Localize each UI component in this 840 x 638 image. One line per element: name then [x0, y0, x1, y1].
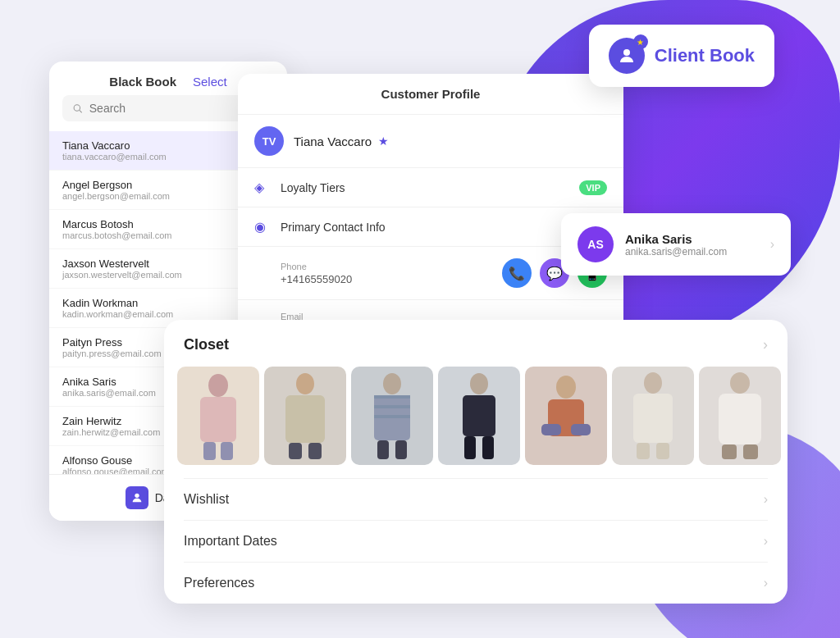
primary-contact-label: Primary Contact Info	[281, 221, 557, 234]
svg-rect-17	[377, 440, 389, 459]
contact-email: jaxson.westervelt@email.com	[62, 270, 246, 280]
svg-point-27	[644, 372, 662, 394]
svg-rect-7	[221, 442, 233, 460]
svg-rect-14	[374, 395, 410, 399]
contact-info-icon: ◉	[254, 219, 271, 235]
dashboard-icon	[126, 486, 148, 509]
blackbook-title: Black Book	[109, 75, 176, 89]
contact-email: tiana.vaccaro@email.com	[62, 152, 246, 162]
closet-section-row[interactable]: Wishlist ›	[184, 478, 768, 520]
anika-avatar: AS	[578, 226, 614, 262]
profile-header: Customer Profile	[238, 74, 623, 115]
svg-rect-9	[285, 395, 325, 443]
anika-info: Anika Saris anika.saris@email.com	[625, 232, 759, 257]
closet-section-row[interactable]: Preferences ›	[184, 562, 768, 604]
anika-name: Anika Saris	[625, 232, 759, 246]
closet-section-label: Important Dates	[184, 534, 277, 549]
svg-point-8	[296, 373, 314, 394]
contact-name: Kadin Workman	[62, 297, 246, 309]
profile-initials: TV	[254, 126, 284, 156]
phone-sublabel: Phone	[281, 262, 492, 271]
closet-title: Closet	[184, 336, 229, 353]
closet-section-label: Wishlist	[184, 492, 229, 507]
blackbook-select-button[interactable]: Select	[193, 75, 227, 89]
svg-rect-10	[289, 443, 302, 459]
closet-image[interactable]	[351, 367, 433, 465]
closet-section-row[interactable]: Important Dates ›	[184, 520, 768, 562]
svg-point-3	[135, 494, 139, 498]
client-book-icon: ★	[609, 38, 645, 74]
svg-point-4	[208, 374, 228, 397]
svg-rect-16	[374, 415, 410, 418]
phone-button[interactable]: 📞	[502, 258, 532, 288]
svg-rect-20	[463, 395, 495, 436]
anika-chevron-icon: ›	[770, 237, 774, 252]
star-badge: ★	[633, 34, 648, 49]
svg-rect-26	[571, 424, 591, 435]
closet-section-chevron-icon: ›	[764, 576, 768, 590]
closet-sections: Wishlist › Important Dates › Preferences…	[164, 478, 788, 604]
svg-rect-33	[722, 444, 737, 459]
profile-name-row: Tiana Vaccaro ★	[294, 134, 389, 148]
svg-rect-32	[719, 394, 761, 444]
loyalty-icon: ◈	[254, 180, 271, 195]
closet-section-chevron-icon: ›	[764, 534, 768, 549]
contact-info: Angel Bergson angel.bergson@email.com	[62, 179, 246, 201]
svg-rect-18	[395, 440, 407, 459]
contact-email: kadin.workman@email.com	[62, 309, 246, 319]
svg-point-1	[74, 105, 80, 111]
svg-rect-5	[200, 397, 236, 442]
contact-info: Kadin Workman kadin.workman@email.com	[62, 297, 246, 319]
phone-content: Phone +14165559020	[281, 262, 492, 285]
closet-image[interactable]	[438, 367, 520, 465]
svg-rect-15	[374, 405, 410, 408]
closet-image[interactable]	[177, 367, 259, 465]
closet-section-chevron-icon: ›	[764, 492, 768, 507]
anika-email: anika.saris@email.com	[625, 246, 759, 257]
contact-email: marcus.botosh@email.com	[62, 230, 246, 240]
contact-name: Tiana Vaccaro	[62, 139, 246, 152]
svg-point-19	[470, 373, 488, 394]
svg-point-23	[556, 376, 576, 399]
closet-image[interactable]	[612, 367, 694, 465]
closet-image[interactable]	[699, 367, 781, 465]
anika-saris-card[interactable]: AS Anika Saris anika.saris@email.com ›	[561, 213, 791, 276]
contact-name: Jaxson Westervelt	[62, 257, 246, 270]
svg-rect-29	[637, 443, 650, 459]
primary-contact-content: Primary Contact Info	[281, 221, 557, 234]
svg-point-12	[383, 373, 401, 394]
client-book-title: Client Book	[655, 45, 755, 66]
closet-images	[164, 367, 788, 478]
profile-customer-row: TV Tiana Vaccaro ★	[238, 115, 623, 168]
svg-rect-30	[656, 443, 669, 459]
loyalty-tiers-section: ◈ Loyalty Tiers VIP	[238, 168, 623, 207]
loyalty-content: Loyalty Tiers	[281, 181, 569, 194]
search-icon	[72, 103, 83, 114]
svg-point-31	[730, 372, 750, 394]
vip-badge: VIP	[579, 180, 607, 195]
profile-customer-name: Tiana Vaccaro	[294, 134, 372, 148]
svg-rect-25	[541, 424, 561, 435]
svg-rect-22	[482, 436, 494, 459]
closet-header: Closet ›	[164, 320, 788, 367]
closet-section-label: Preferences	[184, 576, 254, 590]
svg-rect-11	[308, 443, 322, 459]
contact-name: Angel Bergson	[62, 179, 246, 191]
svg-rect-34	[743, 444, 758, 459]
contact-info: Marcus Botosh marcus.botosh@email.com	[62, 218, 246, 240]
svg-point-0	[623, 49, 630, 56]
phone-value: +14165559020	[281, 273, 492, 285]
svg-rect-28	[633, 394, 673, 443]
svg-rect-6	[203, 442, 216, 460]
closet-image[interactable]	[264, 367, 346, 465]
closet-image[interactable]	[525, 367, 607, 465]
svg-line-2	[80, 110, 82, 112]
contact-info: Jaxson Westervelt jaxson.westervelt@emai…	[62, 257, 246, 280]
contact-info: Tiana Vaccaro tiana.vaccaro@email.com	[62, 139, 246, 162]
client-book-badge: ★ Client Book	[589, 25, 774, 87]
contact-email: angel.bergson@email.com	[62, 191, 246, 201]
loyalty-label: Loyalty Tiers	[281, 181, 569, 194]
closet-header-chevron-icon: ›	[763, 336, 768, 353]
svg-rect-21	[464, 436, 476, 459]
closet-panel: Closet ›	[164, 320, 788, 604]
